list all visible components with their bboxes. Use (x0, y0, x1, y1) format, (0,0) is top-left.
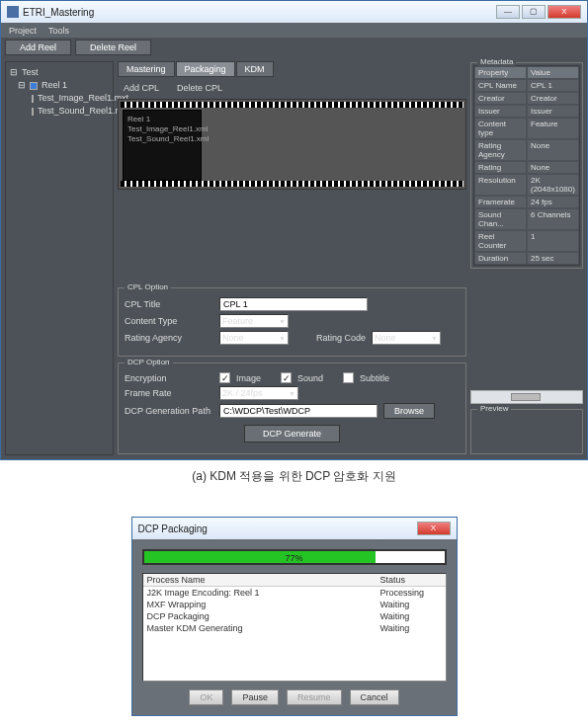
progress-label: 77% (144, 551, 445, 563)
dlg-buttons: OK Pause Resume Cancel (142, 689, 447, 705)
horizontal-scrollbar[interactable] (470, 390, 583, 404)
metadata-row[interactable]: Framerate24 fps (474, 196, 579, 208)
film-strip-area[interactable]: Reel 1 Test_Image_Reel1.xml Test_Sound_R… (118, 99, 466, 190)
metadata-row[interactable]: Reel Counter1 (474, 230, 579, 252)
preview-legend: Preview (477, 404, 511, 413)
titlebar[interactable]: ETRI_Mastering — ▢ X (1, 1, 587, 23)
dlg-titlebar[interactable]: DCP Packaging X (132, 518, 457, 539)
file-icon (32, 95, 34, 103)
metadata-row[interactable]: Content typeFeature (474, 118, 579, 139)
process-row[interactable]: J2K Image Encoding: Reel 1Processing (143, 587, 446, 599)
tab-mastering[interactable]: Mastering (118, 61, 175, 77)
process-name: J2K Image Encoding: Reel 1 (143, 587, 377, 599)
meta-property: Rating (474, 161, 527, 174)
meta-property: Issuer (474, 105, 527, 118)
metadata-row[interactable]: Sound Chan...6 Channels (474, 208, 579, 230)
encrypt-sound-checkbox[interactable]: ✓ (281, 372, 292, 383)
metadata-legend: Metadata (477, 57, 516, 66)
reel-icon (30, 82, 38, 90)
meta-property: Duration (474, 252, 527, 265)
tab-kdm[interactable]: KDM (236, 61, 274, 77)
dcp-path-input[interactable] (219, 404, 378, 418)
rating-agency-label: Rating Agency (125, 333, 213, 343)
metadata-row[interactable]: Rating AgencyNone (474, 139, 579, 161)
process-list-header: Process Name Status (143, 574, 446, 587)
metadata-row[interactable]: Duration25 sec (474, 252, 579, 265)
center-panel: Mastering Packaging KDM Add CPL Delete C… (118, 61, 466, 455)
scrollbar-thumb[interactable] (511, 393, 541, 401)
dcp-generate-button[interactable]: DCP Generate (244, 425, 340, 443)
close-button[interactable]: X (547, 5, 581, 19)
content-type-select[interactable]: Feature▼ (219, 314, 289, 328)
encrypt-image-checkbox[interactable]: ✓ (219, 372, 230, 383)
meta-value: None (527, 139, 579, 161)
minimize-button[interactable]: — (496, 5, 520, 19)
metadata-row[interactable]: Resolution2K (2048x1080) (474, 174, 579, 196)
right-panel: Metadata Property Value CPL NameCPL 1Cre… (470, 61, 583, 455)
framerate-select[interactable]: 2K / 24fps▼ (219, 386, 298, 400)
meta-property: Reel Counter (474, 230, 527, 252)
tree-node-root[interactable]: ⊟ Test (10, 66, 109, 79)
meta-value: Feature (527, 118, 579, 139)
encrypt-image-label: Image (236, 373, 261, 383)
delete-cpl-button[interactable]: Delete CPL (177, 83, 222, 93)
process-status: Processing (377, 587, 446, 599)
film-card-sound: Test_Sound_Reel1.xml (127, 134, 197, 144)
rating-code-select[interactable]: None▼ (372, 331, 441, 345)
menu-tools[interactable]: Tools (48, 26, 69, 36)
maximize-button[interactable]: ▢ (522, 5, 546, 19)
framerate-value: 2K / 24fps (222, 388, 263, 398)
metadata-row[interactable]: CPL NameCPL 1 (474, 79, 579, 92)
tree-node-reel[interactable]: ⊟ Reel 1 (10, 79, 109, 92)
encrypt-sound-label: Sound (297, 373, 323, 383)
pause-button[interactable]: Pause (231, 689, 279, 705)
browse-button[interactable]: Browse (383, 403, 435, 419)
chevron-down-icon: ▼ (289, 390, 295, 397)
rating-agency-select[interactable]: None▼ (219, 331, 289, 345)
tree-sound-label: Test_Sound_Reel1.mxf (38, 105, 129, 118)
dlg-close-button[interactable]: X (417, 522, 451, 535)
app-icon (7, 6, 19, 18)
process-row[interactable]: MXF WrappingWaiting (143, 599, 446, 610)
meta-property: Resolution (474, 174, 527, 196)
meta-value: 24 fps (527, 196, 579, 208)
metadata-row[interactable]: RatingNone (474, 161, 579, 174)
process-row[interactable]: Master KDM GeneratingWaiting (143, 622, 446, 634)
meta-value: 6 Channels (527, 208, 579, 230)
film-card-image: Test_Image_Reel1.xml (127, 124, 197, 134)
tab-packaging[interactable]: Packaging (176, 61, 235, 77)
menu-project[interactable]: Project (9, 26, 37, 36)
film-reel-card[interactable]: Reel 1 Test_Image_Reel1.xml Test_Sound_R… (123, 110, 202, 181)
head-process-name: Process Name (143, 574, 377, 586)
process-row[interactable]: DCP PackagingWaiting (143, 610, 446, 622)
cancel-button[interactable]: Cancel (350, 689, 399, 705)
process-name: Master KDM Generating (143, 622, 377, 634)
metadata-header: Property Value (474, 66, 579, 79)
encrypt-subtitle-label: Subtitle (360, 373, 389, 383)
dcp-path-label: DCP Generation Path (125, 406, 213, 416)
packaging-dialog: DCP Packaging X 77% Process Name Status … (131, 517, 458, 716)
encrypt-subtitle-checkbox[interactable] (343, 372, 354, 383)
meta-value: Issuer (527, 105, 579, 118)
process-name: MXF Wrapping (143, 599, 377, 610)
metadata-row[interactable]: IssuerIssuer (474, 105, 579, 118)
cpl-option-group: CPL Option CPL Title Content Type Featur… (118, 287, 466, 357)
resume-button[interactable]: Resume (287, 689, 342, 705)
film-strip-bottom (121, 181, 463, 187)
meta-property: Sound Chan... (474, 208, 527, 230)
cpl-title-input[interactable] (219, 297, 368, 311)
add-cpl-button[interactable]: Add CPL (124, 83, 159, 93)
tree-node-image[interactable]: Test_Image_Reel1.mxf (10, 92, 109, 105)
add-reel-button[interactable]: Add Reel (5, 40, 71, 55)
metadata-row[interactable]: CreatorCreator (474, 92, 579, 105)
metadata-group: Metadata Property Value CPL NameCPL 1Cre… (470, 62, 583, 269)
caption-a: (a) KDM 적용을 위한 DCP 암호화 지원 (0, 460, 588, 493)
progress-bar: 77% (142, 549, 447, 565)
tree-node-sound[interactable]: Test_Sound_Reel1.mxf (10, 105, 109, 118)
process-list[interactable]: Process Name Status J2K Image Encoding: … (142, 573, 447, 682)
process-status: Waiting (377, 599, 446, 610)
process-status: Waiting (377, 622, 446, 634)
ok-button[interactable]: OK (189, 689, 223, 705)
meta-value: 25 sec (527, 252, 579, 265)
delete-reel-button[interactable]: Delete Reel (75, 40, 151, 55)
